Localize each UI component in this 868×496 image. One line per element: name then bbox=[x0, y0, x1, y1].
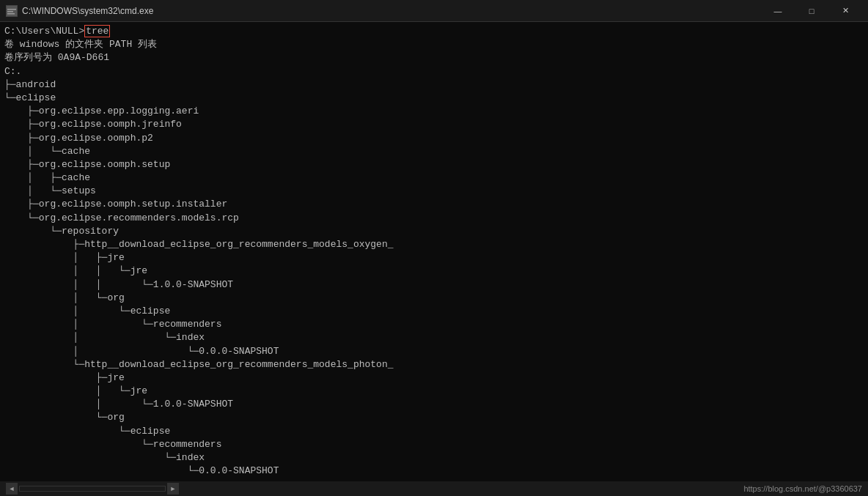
output-line-31: └─recommenders bbox=[4, 438, 864, 451]
output-line-3: C:. bbox=[4, 65, 864, 78]
output-line-11: │ ├─cache bbox=[4, 171, 864, 185]
output-line-10: ├─org.eclipse.oomph.setup bbox=[4, 158, 864, 171]
output-line-14: └─org.eclipse.recommenders.models.rcp bbox=[4, 212, 864, 225]
output-line-17: │ ├─jre bbox=[4, 251, 864, 264]
output-line-9: │ └─cache bbox=[4, 145, 864, 158]
output-line-13: ├─org.eclipse.oomph.setup.installer bbox=[4, 198, 864, 211]
output-line-2: 卷序列号为 0A9A-D661 bbox=[4, 51, 864, 64]
output-line-23: │ └─index bbox=[4, 331, 864, 344]
scroll-track bbox=[19, 486, 166, 492]
output-line-1: 卷 windows 的文件夹 PATH 列表 bbox=[4, 38, 864, 51]
window-title: C:\WINDOWS\system32\cmd.exe bbox=[22, 6, 761, 16]
output-line-6: ├─org.eclipse.epp.logging.aeri bbox=[4, 105, 864, 118]
output-line-32: └─index bbox=[4, 451, 864, 464]
output-line-28: │ └─1.0.0-SNAPSHOT bbox=[4, 398, 864, 411]
window-controls[interactable]: — □ ✕ bbox=[761, 0, 862, 22]
close-button[interactable]: ✕ bbox=[828, 0, 862, 22]
title-bar: C:\WINDOWS\system32\cmd.exe — □ ✕ bbox=[0, 0, 868, 22]
status-link: https://blog.csdn.net/@p3360637 bbox=[743, 484, 862, 493]
output-line-27: │ └─jre bbox=[4, 385, 864, 398]
output-line-7: ├─org.eclipse.oomph.jreinfo bbox=[4, 118, 864, 131]
output-line-4: ├─android bbox=[4, 78, 864, 92]
status-bar: ◄ ► https://blog.csdn.net/@p3360637 bbox=[0, 481, 868, 496]
svg-rect-3 bbox=[7, 13, 15, 15]
output-line-33: └─0.0.0-SNAPSHOT bbox=[4, 464, 864, 478]
output-line-25: └─http__download_eclipse_org_recommender… bbox=[4, 358, 864, 371]
maximize-button[interactable]: □ bbox=[795, 0, 828, 22]
minimize-button[interactable]: — bbox=[761, 0, 795, 22]
output-line-20: │ └─org bbox=[4, 292, 864, 305]
output-line-29: └─org bbox=[4, 411, 864, 424]
terminal-window[interactable]: C:\Users\NULL>tree 卷 windows 的文件夹 PATH 列… bbox=[0, 22, 868, 481]
output-line-16: ├─http__download_eclipse_org_recommender… bbox=[4, 238, 864, 251]
command-highlight: tree bbox=[84, 25, 110, 37]
output-line-5: └─eclipse bbox=[4, 92, 864, 105]
scroll-right-button[interactable]: ► bbox=[167, 483, 179, 495]
scroll-controls[interactable]: ◄ ► bbox=[6, 483, 179, 495]
output-line-22: │ └─recommenders bbox=[4, 318, 864, 331]
output-line-21: │ └─eclipse bbox=[4, 305, 864, 318]
output-line-24: │ └─0.0.0-SNAPSHOT bbox=[4, 345, 864, 358]
output-line-30: └─eclipse bbox=[4, 425, 864, 438]
app-icon bbox=[6, 5, 18, 17]
output-line-19: │ │ └─1.0.0-SNAPSHOT bbox=[4, 278, 864, 292]
output-line-26: ├─jre bbox=[4, 371, 864, 385]
output-line-18: │ │ └─jre bbox=[4, 264, 864, 278]
prompt: C:\Users\NULL> bbox=[4, 26, 84, 37]
output-line-12: │ └─setups bbox=[4, 185, 864, 198]
svg-rect-1 bbox=[7, 9, 16, 10]
scroll-left-button[interactable]: ◄ bbox=[6, 483, 18, 495]
svg-rect-2 bbox=[7, 11, 13, 12]
command-line: C:\Users\NULL>tree bbox=[4, 25, 864, 38]
output-line-8: ├─org.eclipse.oomph.p2 bbox=[4, 132, 864, 145]
output-line-15: └─repository bbox=[4, 225, 864, 238]
